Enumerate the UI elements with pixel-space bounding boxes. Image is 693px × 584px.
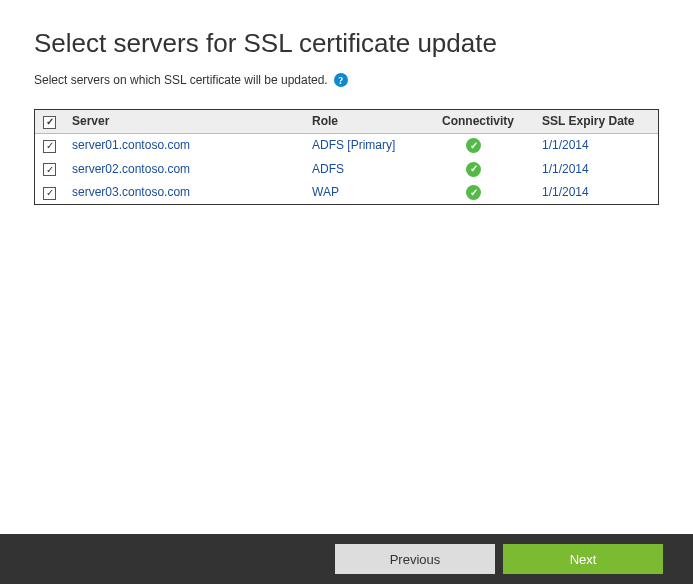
help-icon[interactable]: ? — [334, 73, 348, 87]
connectivity-ok-icon — [466, 138, 481, 153]
table-row: server03.contoso.com WAP 1/1/2014 — [35, 181, 658, 205]
expiry-cell: 1/1/2014 — [534, 133, 658, 157]
connectivity-cell — [434, 133, 534, 157]
server-cell: server02.contoso.com — [64, 157, 304, 181]
connectivity-ok-icon — [466, 185, 481, 200]
connectivity-cell — [434, 157, 534, 181]
next-button[interactable]: Next — [503, 544, 663, 574]
role-cell: WAP — [304, 181, 434, 205]
previous-button[interactable]: Previous — [335, 544, 495, 574]
header-role: Role — [304, 110, 434, 133]
expiry-cell: 1/1/2014 — [534, 157, 658, 181]
subtitle-row: Select servers on which SSL certificate … — [34, 73, 663, 87]
role-cell: ADFS [Primary] — [304, 133, 434, 157]
table-row: server02.contoso.com ADFS 1/1/2014 — [35, 157, 658, 181]
row-checkbox[interactable] — [43, 187, 56, 200]
servers-table: Server Role Connectivity SSL Expiry Date… — [34, 109, 659, 205]
page-title: Select servers for SSL certificate updat… — [34, 28, 663, 59]
table-row: server01.contoso.com ADFS [Primary] 1/1/… — [35, 133, 658, 157]
subtitle-text: Select servers on which SSL certificate … — [34, 73, 328, 87]
connectivity-cell — [434, 181, 534, 205]
footer-bar: Previous Next — [0, 534, 693, 584]
row-checkbox[interactable] — [43, 140, 56, 153]
header-server: Server — [64, 110, 304, 133]
connectivity-ok-icon — [466, 162, 481, 177]
server-cell: server03.contoso.com — [64, 181, 304, 205]
select-all-checkbox[interactable] — [43, 116, 56, 129]
header-checkbox-cell — [35, 110, 64, 133]
row-checkbox[interactable] — [43, 163, 56, 176]
role-cell: ADFS — [304, 157, 434, 181]
header-connectivity: Connectivity — [434, 110, 534, 133]
server-cell: server01.contoso.com — [64, 133, 304, 157]
header-expiry: SSL Expiry Date — [534, 110, 658, 133]
expiry-cell: 1/1/2014 — [534, 181, 658, 205]
